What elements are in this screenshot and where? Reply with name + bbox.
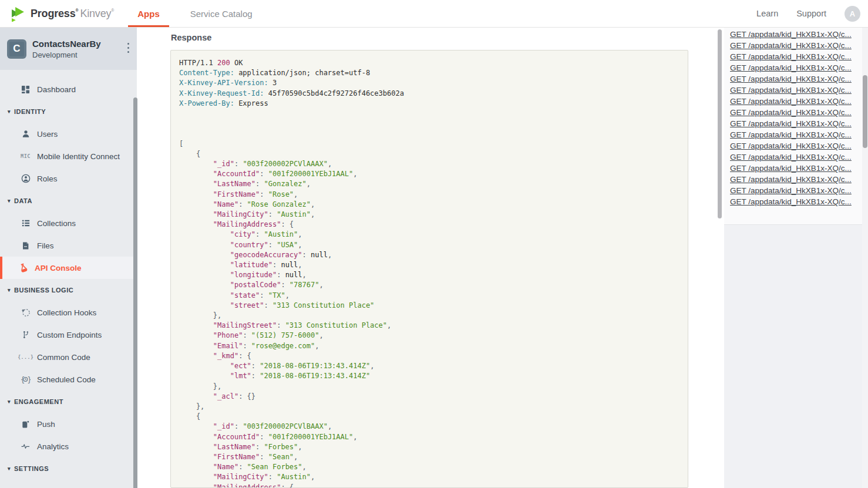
- sidebar-section-business-logic[interactable]: ▾BUSINESS LOGIC: [0, 279, 137, 301]
- code-line: HTTP/1.1 200 OK: [179, 58, 683, 68]
- code-line: {: [179, 412, 683, 422]
- sidebar-item-label: Common Code: [37, 353, 90, 362]
- learn-link[interactable]: Learn: [756, 9, 778, 18]
- request-history-link[interactable]: GET /appdata/kid_HkXB1x-XQ/c...: [730, 73, 862, 85]
- section-collapse-icon: ▾: [8, 399, 11, 405]
- sidebar-item-label: Custom Endpoints: [37, 331, 102, 339]
- code-line: },: [179, 402, 683, 412]
- tab-service-catalog[interactable]: Service Catalog: [189, 0, 254, 27]
- code-line: {: [179, 149, 683, 159]
- history-panel-footer: [724, 224, 862, 488]
- request-history-link[interactable]: GET /appdata/kid_HkXB1x-XQ/c...: [730, 152, 862, 163]
- sidebar-item-mobile-identity-connect[interactable]: MICMobile Identity Connect: [0, 145, 137, 167]
- code-line: [: [179, 139, 683, 149]
- code-line: "Phone": "(512) 757-6000",: [179, 331, 683, 341]
- code-line: },: [179, 311, 683, 321]
- window-scrollbar-thumb[interactable]: [863, 75, 867, 148]
- section-label: SETTINGS: [14, 465, 49, 472]
- sidebar-item-common-code[interactable]: {...}Common Code: [0, 346, 137, 368]
- request-history-link[interactable]: GET /appdata/kid_HkXB1x-XQ/c...: [730, 174, 862, 185]
- response-section-title: Response: [171, 33, 211, 42]
- brand-progress-text: Progress®: [31, 8, 78, 20]
- user-avatar[interactable]: A: [845, 6, 860, 22]
- section-label: DATA: [14, 197, 32, 204]
- sidebar-item-collections[interactable]: Collections: [0, 212, 137, 234]
- sidebar-item-analytics[interactable]: Analytics: [0, 435, 137, 457]
- code-line: "AccountId": "001f200001YEbJ1AAL",: [179, 432, 683, 442]
- code-line: },: [179, 382, 683, 392]
- section-label: IDENTITY: [14, 108, 46, 115]
- request-history-link[interactable]: GET /appdata/kid_HkXB1x-XQ/c...: [730, 140, 862, 152]
- app-header: C ContactsNearBy Development: [0, 28, 137, 70]
- push-icon: [20, 420, 31, 429]
- code-line: "MailingStreet": "313 Constitution Place…: [179, 321, 683, 331]
- main-content: Response HTTP/1.1 200 OKContent-Type: ap…: [137, 28, 724, 488]
- section-collapse-icon: ▾: [8, 287, 11, 293]
- sidebar-section-settings[interactable]: ▾SETTINGS: [0, 457, 137, 480]
- request-history-link[interactable]: GET /appdata/kid_HkXB1x-XQ/c...: [730, 85, 862, 96]
- request-history-link[interactable]: GET /appdata/kid_HkXB1x-XQ/c...: [730, 163, 862, 174]
- app-menu-kebab-icon[interactable]: [127, 43, 129, 55]
- sidebar-item-label: Collection Hooks: [37, 308, 96, 317]
- sidebar-item-label: Roles: [37, 174, 58, 183]
- sidebar-item-label: Dashboard: [37, 85, 76, 94]
- sidebar-item-collection-hooks[interactable]: Collection Hooks: [0, 301, 137, 324]
- sidebar-item-label: Scheduled Code: [37, 375, 96, 384]
- code-line: "Email": "rose@edge.com",: [179, 341, 683, 351]
- request-history-link[interactable]: GET /appdata/kid_HkXB1x-XQ/c...: [730, 62, 862, 73]
- code-line: "_id": "003f200002PCVlAAAX",: [179, 159, 683, 169]
- sidebar-item-dashboard[interactable]: Dashboard: [0, 78, 137, 100]
- sidebar-item-label: Analytics: [37, 442, 69, 451]
- request-history-link[interactable]: GET /appdata/kid_HkXB1x-XQ/c...: [730, 40, 862, 51]
- sidebar-item-users[interactable]: Users: [0, 123, 137, 145]
- code-line: X-Powered-By: Express: [179, 99, 683, 109]
- request-history-link[interactable]: GET /appdata/kid_HkXB1x-XQ/c...: [730, 96, 862, 107]
- sidebar-item-label: Files: [37, 241, 54, 250]
- common-code-icon: {...}: [20, 354, 31, 360]
- sidebar-scrollbar[interactable]: [133, 97, 137, 488]
- sidebar-item-files[interactable]: Files: [0, 234, 137, 257]
- code-line: "longitude": null,: [179, 270, 683, 280]
- response-code-block: HTTP/1.1 200 OKContent-Type: application…: [170, 50, 688, 488]
- sidebar-section-engagement[interactable]: ▾ENGAGEMENT: [0, 391, 137, 413]
- svg-text:}: }: [28, 376, 31, 384]
- app-environment: Development: [32, 51, 101, 59]
- sidebar-item-push[interactable]: Push: [0, 413, 137, 435]
- request-history-link[interactable]: GET /appdata/kid_HkXB1x-XQ/c...: [730, 107, 862, 118]
- section-label: ENGAGEMENT: [14, 398, 63, 405]
- tab-apps[interactable]: Apps: [136, 0, 161, 27]
- code-line: "state": "TX",: [179, 291, 683, 301]
- request-history-link[interactable]: GET /appdata/kid_HkXB1x-XQ/c...: [730, 51, 862, 62]
- code-line: "AccountId": "001f200001YEbJ1AAL",: [179, 169, 683, 179]
- app-name: ContactsNearBy: [32, 39, 101, 49]
- code-line: Content-Type: application/json; charset=…: [179, 68, 683, 78]
- files-icon: [20, 241, 31, 250]
- code-line: [179, 119, 683, 129]
- code-line: "lmt": "2018-08-06T19:13:43.414Z": [179, 371, 683, 381]
- request-history-link[interactable]: GET /appdata/kid_HkXB1x-XQ/c...: [730, 196, 862, 207]
- sidebar-item-scheduled-code[interactable]: {}Scheduled Code: [0, 368, 137, 391]
- sidebar-item-custom-endpoints[interactable]: Custom Endpoints: [0, 324, 137, 346]
- code-line: [179, 109, 683, 119]
- support-link[interactable]: Support: [796, 9, 826, 18]
- progress-kinvey-logo[interactable]: Progress® Kinvey®: [11, 6, 114, 22]
- sidebar-section-data[interactable]: ▾DATA: [0, 190, 137, 212]
- brand-kinvey-text: Kinvey®: [80, 8, 114, 20]
- code-line: "_id": "003f200002PCVlBAAX",: [179, 422, 683, 432]
- request-history-link[interactable]: GET /appdata/kid_HkXB1x-XQ/c...: [730, 118, 862, 129]
- content-scrollbar[interactable]: [718, 29, 722, 218]
- window-scrollbar-track[interactable]: [862, 28, 868, 488]
- request-history-link[interactable]: GET /appdata/kid_HkXB1x-XQ/c...: [730, 29, 862, 40]
- request-history-link[interactable]: GET /appdata/kid_HkXB1x-XQ/c...: [730, 129, 862, 140]
- request-history-link[interactable]: GET /appdata/kid_HkXB1x-XQ/c...: [730, 185, 862, 196]
- sidebar-item-roles[interactable]: Roles: [0, 167, 137, 190]
- sidebar-item-api-console[interactable]: API Console: [0, 257, 137, 279]
- code-line: "Name": "Sean Forbes",: [179, 462, 683, 472]
- code-line: "MailingAddress": {: [179, 220, 683, 230]
- code-line: "geocodeAccuracy": null,: [179, 250, 683, 260]
- request-history-panel: GET /appdata/kid_HkXB1x-XQ/c...GET /appd…: [724, 28, 862, 488]
- scheduled-code-icon: {}: [20, 375, 31, 384]
- sidebar-section-identity[interactable]: ▾IDENTITY: [0, 100, 137, 123]
- code-line: "LastName": "Gonzalez",: [179, 179, 683, 189]
- code-line: "postalCode": "78767",: [179, 280, 683, 290]
